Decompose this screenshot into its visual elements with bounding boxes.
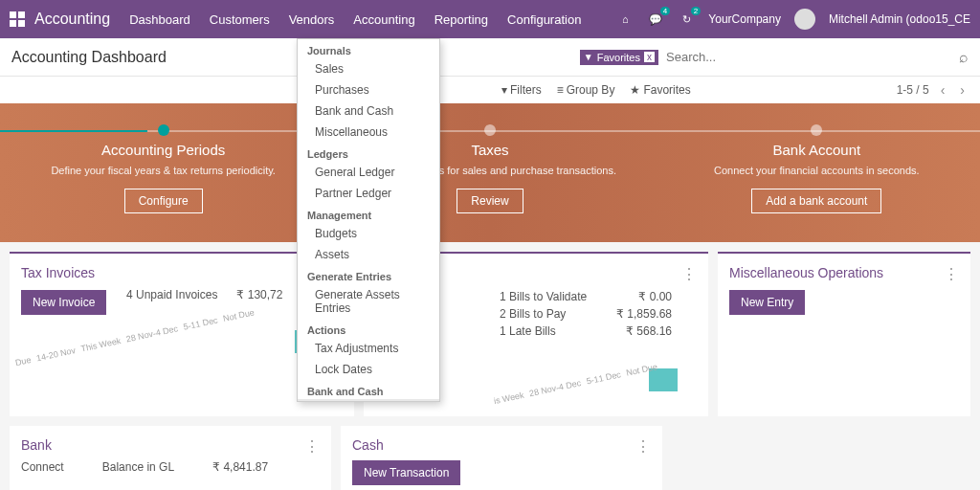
dropdown-section-header: Management [298,204,439,223]
connect-link[interactable]: Connect [21,460,64,474]
search-input[interactable] [662,46,949,68]
card-menu-icon[interactable]: ⋮ [304,437,320,456]
header-row: Accounting Dashboard ▼ Favorites x ⌕ [0,38,980,77]
step-desc: Define your fiscal years & tax returns p… [0,164,326,177]
new-entry-button[interactable]: New Entry [729,290,805,315]
step-periods: Accounting Periods Define your fiscal ye… [0,103,326,242]
lower-cards: ⋮ Bank Connect Balance in GL ₹ 4,841.87 … [0,426,980,490]
new-transaction-button[interactable]: New Transaction [352,460,460,485]
page-title: Accounting Dashboard [11,49,167,66]
favorites-button[interactable]: ★ Favorites [630,83,690,97]
bill-rows: 1 Bills to Validate₹ 0.00 2 Bills to Pay… [500,288,672,340]
apps-icon[interactable] [10,11,25,27]
nav-dashboard[interactable]: Dashboard [129,12,190,27]
bill-label[interactable]: 1 Bills to Validate [500,290,587,303]
bill-val: ₹ 568.16 [626,324,672,338]
chip-label: Favorites [597,52,640,63]
card-title: Bank [21,437,320,453]
card-title: Cash [352,437,651,453]
pager-count: 1-5 / 5 [897,83,929,97]
dropdown-item[interactable]: Assets [298,244,439,265]
nav-customers[interactable]: Customers [210,12,270,27]
new-invoice-button[interactable]: New Invoice [21,290,106,315]
card-menu-icon[interactable]: ⋮ [944,265,959,283]
dropdown-item[interactable]: Tax Adjustments [298,338,439,359]
configure-button[interactable]: Configure [124,189,203,213]
card-cash: ⋮ Cash New Transaction [341,426,662,490]
bill-label[interactable]: 2 Bills to Pay [500,307,566,321]
add-bank-button[interactable]: Add a bank account [751,189,881,213]
avatar[interactable] [794,9,815,30]
controls-row: ▾ Filters ≡ Group By ★ Favorites 1-5 / 5… [0,77,980,103]
step-title: Accounting Periods [0,142,326,158]
search-icon[interactable]: ⌕ [959,49,969,66]
dropdown-item[interactable]: Bank Statements [298,399,439,402]
dropdown-section-header: Generate Entries [298,265,439,284]
dropdown-item[interactable]: Sales [298,58,439,79]
dropdown-section-header: Journals [298,39,439,58]
chat-icon[interactable]: 💬4 [647,11,664,28]
filter-icon: ▼ [584,52,593,62]
bill-val: ₹ 1,859.68 [616,307,672,321]
balance-label: Balance in GL [102,460,174,474]
card-menu-icon[interactable]: ⋮ [681,265,697,283]
step-bank: Bank Account Connect your financial acco… [654,103,980,242]
step-title: Bank Account [654,142,980,158]
dropdown-item[interactable]: General Ledger [298,162,439,183]
step-dot-icon [158,124,169,136]
onboarding-banner: Accounting Periods Define your fiscal ye… [0,103,980,242]
pager-prev[interactable]: ‹ [937,82,949,98]
nav-vendors[interactable]: Vendors [289,12,335,27]
card-misc-operations: ⋮ Miscellaneous Operations New Entry [718,252,970,416]
dropdown-section-header: Ledgers [298,143,439,162]
nav-accounting[interactable]: Accounting [353,12,414,27]
balance-value: ₹ 4,841.87 [212,460,268,474]
brand[interactable]: Accounting [34,11,110,28]
chip-remove[interactable]: x [644,52,655,62]
dropdown-item[interactable]: Miscellaneous [298,122,439,143]
unpaid-link[interactable]: 4 Unpaid Invoices [126,288,217,301]
search-chip-favorites[interactable]: ▼ Favorites x [580,50,658,65]
unpaid-amount: ₹ 130,72 [236,288,282,301]
filters-button[interactable]: ▾ Filters [501,83,542,97]
search-wrap: ▼ Favorites x ⌕ [580,46,969,68]
card-title: Tax Invoices [21,265,343,280]
step-desc: Connect your financial accounts in secon… [654,164,980,177]
accounting-dropdown: JournalsSalesPurchasesBank and CashMisce… [297,38,440,402]
card-title: Miscellaneous Operations [729,265,959,280]
dropdown-item[interactable]: Budgets [298,223,439,244]
nav-configuration[interactable]: Configuration [507,12,581,27]
dropdown-item[interactable]: Lock Dates [298,359,439,380]
pager: 1-5 / 5 ‹ › [897,82,969,98]
card-menu-icon[interactable]: ⋮ [635,437,651,456]
bill-label[interactable]: 1 Late Bills [500,324,556,338]
topbar-right: ⌂ 💬4 ↻2 YourCompany Mitchell Admin (odoo… [616,9,970,30]
groupby-button[interactable]: ≡ Group By [557,83,615,97]
main-nav: Dashboard Customers Vendors Accounting R… [129,12,581,27]
activity-icon[interactable]: ↻2 [678,11,695,28]
dropdown-section-header: Actions [298,319,439,338]
pager-next[interactable]: › [956,82,969,98]
dropdown-item[interactable]: Generate Assets Entries [298,284,439,319]
step-dot-icon [811,124,822,136]
topbar: Accounting Dashboard Customers Vendors A… [0,0,980,38]
review-button[interactable]: Review [457,189,523,213]
company-switcher[interactable]: YourCompany [708,12,781,26]
nav-reporting[interactable]: Reporting [434,12,488,27]
dropdown-item[interactable]: Bank and Cash [298,100,439,122]
step-dot-icon [484,124,496,136]
card-bank: ⋮ Bank Connect Balance in GL ₹ 4,841.87 [10,426,331,490]
user-menu[interactable]: Mitchell Admin (odoo15_CE [829,12,970,26]
dropdown-item[interactable]: Purchases [298,79,439,100]
dropdown-item[interactable]: Partner Ledger [298,183,439,204]
bill-val: ₹ 0.00 [638,290,672,303]
kanban-cards: ⋮ Tax Invoices New Invoice 4 Unpaid Invo… [0,242,980,426]
dropdown-section-header: Bank and Cash [298,380,439,399]
home-icon[interactable]: ⌂ [616,11,634,28]
